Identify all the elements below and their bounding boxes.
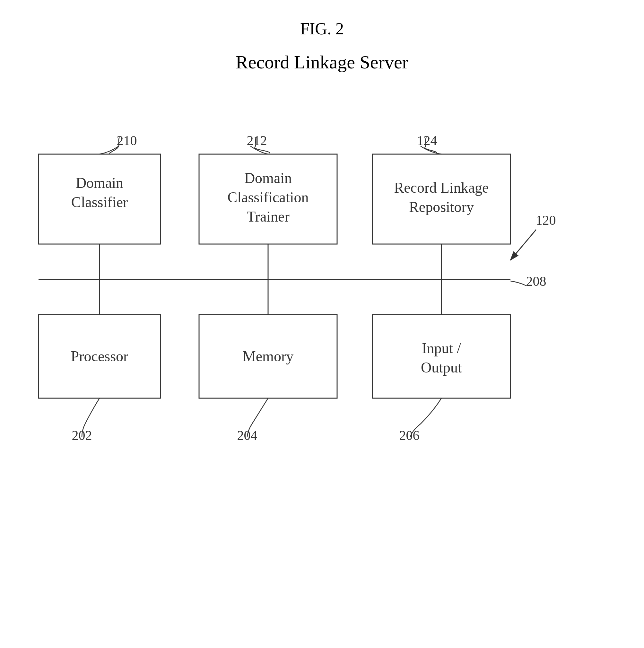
svg-text:208: 208 xyxy=(526,274,546,289)
svg-rect-28 xyxy=(372,315,511,398)
svg-text:202: 202 xyxy=(72,428,92,443)
diagram-svg: Domain Classifier Domain Classification … xyxy=(32,116,612,629)
svg-text:124: 124 xyxy=(417,133,437,148)
svg-text:Processor: Processor xyxy=(71,348,128,365)
page-title: Record Linkage Server xyxy=(0,51,644,73)
svg-line-14 xyxy=(511,230,536,260)
svg-text:Memory: Memory xyxy=(243,348,293,365)
svg-text:212: 212 xyxy=(247,133,267,148)
svg-text:Classification: Classification xyxy=(228,189,309,206)
diagram-area: Domain Classifier Domain Classification … xyxy=(32,116,612,629)
svg-text:120: 120 xyxy=(536,213,556,228)
svg-text:Repository: Repository xyxy=(409,199,474,215)
svg-text:Output: Output xyxy=(421,359,462,376)
svg-rect-24 xyxy=(39,315,161,398)
svg-text:206: 206 xyxy=(399,428,420,443)
svg-text:210: 210 xyxy=(117,133,137,148)
svg-text:Classifier: Classifier xyxy=(71,194,128,210)
svg-text:Trainer: Trainer xyxy=(246,208,290,225)
svg-rect-3 xyxy=(199,154,337,244)
svg-text:Domain: Domain xyxy=(244,170,292,186)
svg-text:Input /: Input / xyxy=(422,340,461,357)
figure-title: FIG. 2 xyxy=(0,19,644,38)
svg-text:204: 204 xyxy=(237,428,257,443)
svg-rect-26 xyxy=(199,315,337,398)
svg-rect-0 xyxy=(39,154,161,244)
svg-text:Domain: Domain xyxy=(76,175,123,191)
svg-text:Record Linkage: Record Linkage xyxy=(394,179,489,196)
svg-rect-7 xyxy=(372,154,511,244)
